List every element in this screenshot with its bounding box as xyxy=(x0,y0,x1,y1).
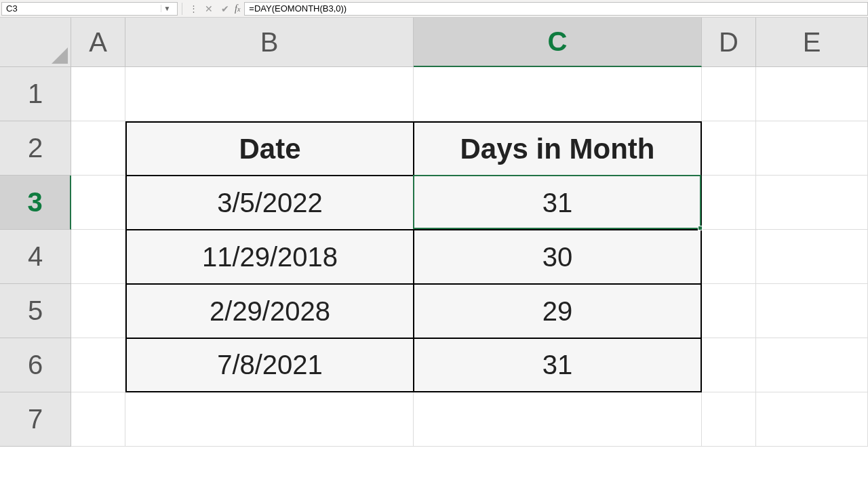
cell-C3[interactable]: 31 xyxy=(414,176,702,230)
cell-D4[interactable] xyxy=(702,230,756,284)
spreadsheet-grid[interactable]: A B C D E 1 2 Date Days in Month 3 3/5/2… xyxy=(0,18,868,447)
insert-function-icon[interactable]: fx xyxy=(233,3,244,14)
cell-C2[interactable]: Days in Month xyxy=(414,121,702,176)
cell-D1[interactable] xyxy=(702,67,756,121)
cell-E6[interactable] xyxy=(756,338,868,392)
select-all-corner[interactable] xyxy=(0,18,71,67)
name-box[interactable]: C3 ▼ xyxy=(1,2,178,16)
separator xyxy=(182,3,182,15)
col-header-E[interactable]: E xyxy=(756,18,868,67)
name-box-value: C3 xyxy=(6,3,18,14)
cell-D2[interactable] xyxy=(702,121,756,176)
cell-D6[interactable] xyxy=(702,338,756,392)
cell-E7[interactable] xyxy=(756,392,868,447)
formula-bar-options-icon[interactable]: ⋮ xyxy=(186,3,201,14)
formula-input[interactable]: =DAY(EOMONTH(B3,0)) xyxy=(244,2,868,16)
name-box-dropdown-icon[interactable]: ▼ xyxy=(161,5,173,12)
enter-formula-icon[interactable]: ✔ xyxy=(217,2,233,16)
cell-A2[interactable] xyxy=(71,121,125,176)
cell-E5[interactable] xyxy=(756,284,868,338)
cell-A5[interactable] xyxy=(71,284,125,338)
row-header-2[interactable]: 2 xyxy=(0,121,71,176)
cell-C6[interactable]: 31 xyxy=(414,338,702,392)
cell-B6[interactable]: 7/8/2021 xyxy=(125,338,414,392)
cell-B2[interactable]: Date xyxy=(125,121,414,176)
cell-A7[interactable] xyxy=(71,392,125,447)
cell-B4[interactable]: 11/29/2018 xyxy=(125,230,414,284)
col-header-D[interactable]: D xyxy=(702,18,756,67)
cell-D5[interactable] xyxy=(702,284,756,338)
cell-C7[interactable] xyxy=(414,392,702,447)
row-header-6[interactable]: 6 xyxy=(0,338,71,392)
cell-B7[interactable] xyxy=(125,392,414,447)
cell-E4[interactable] xyxy=(756,230,868,284)
cell-E2[interactable] xyxy=(756,121,868,176)
cell-A4[interactable] xyxy=(71,230,125,284)
cancel-formula-icon[interactable]: ✕ xyxy=(201,2,217,16)
cell-C4[interactable]: 30 xyxy=(414,230,702,284)
cell-B3[interactable]: 3/5/2022 xyxy=(125,176,414,230)
formula-text: =DAY(EOMONTH(B3,0)) xyxy=(249,3,347,14)
cell-B1[interactable] xyxy=(125,67,414,121)
row-header-5[interactable]: 5 xyxy=(0,284,71,338)
col-header-C[interactable]: C xyxy=(414,18,702,67)
col-header-A[interactable]: A xyxy=(71,18,125,67)
cell-E3[interactable] xyxy=(756,176,868,230)
cell-E1[interactable] xyxy=(756,67,868,121)
cell-A6[interactable] xyxy=(71,338,125,392)
cell-D7[interactable] xyxy=(702,392,756,447)
cell-A1[interactable] xyxy=(71,67,125,121)
formula-bar: C3 ▼ ⋮ ✕ ✔ fx =DAY(EOMONTH(B3,0)) xyxy=(0,0,868,18)
cell-C1[interactable] xyxy=(414,67,702,121)
row-header-7[interactable]: 7 xyxy=(0,392,71,447)
row-header-1[interactable]: 1 xyxy=(0,67,71,121)
col-header-B[interactable]: B xyxy=(125,18,414,67)
cell-C5[interactable]: 29 xyxy=(414,284,702,338)
cell-A3[interactable] xyxy=(71,176,125,230)
row-header-4[interactable]: 4 xyxy=(0,230,71,284)
row-header-3[interactable]: 3 xyxy=(0,176,71,230)
cell-B5[interactable]: 2/29/2028 xyxy=(125,284,414,338)
cell-D3[interactable] xyxy=(702,176,756,230)
